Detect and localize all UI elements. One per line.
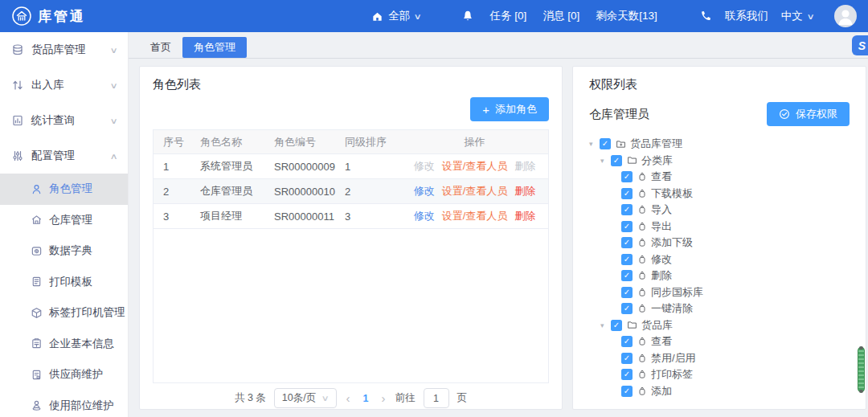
checkbox-checked[interactable]: ✓: [621, 386, 633, 397]
tasks-link[interactable]: 任务 [0]: [490, 9, 527, 23]
caret-down-icon[interactable]: ▾: [600, 157, 611, 165]
language-selector[interactable]: 中文 ∨: [781, 9, 813, 23]
save-permissions-button[interactable]: 保存权限: [767, 102, 850, 126]
tree-node-label: 一键清除: [651, 301, 693, 316]
caret-down-icon[interactable]: ▾: [589, 140, 600, 148]
sidebar-item-statistics[interactable]: 统计查询 ∨: [0, 103, 128, 138]
tree-node[interactable]: ✓ 同步国标库: [621, 284, 850, 301]
tab-role-management[interactable]: 角色管理: [182, 37, 247, 58]
tree-node-label: 下载模板: [651, 186, 693, 201]
sidebar-item-label-printer[interactable]: 标签打印机管理: [0, 297, 128, 329]
tree-node[interactable]: ✓ 修改: [621, 251, 850, 268]
tree-node[interactable]: ✓ 查看: [621, 169, 850, 186]
checkbox-checked[interactable]: ✓: [600, 138, 611, 149]
checkbox-checked[interactable]: ✓: [621, 254, 633, 265]
checkbox-checked[interactable]: ✓: [621, 237, 633, 248]
checkbox-checked[interactable]: ✓: [621, 336, 633, 347]
sidebar-item-label: 出入库: [31, 78, 64, 92]
days-left-label[interactable]: 剩余天数[13]: [596, 9, 657, 23]
panels-row: 角色列表 + 添加角色 序号 角色名称 角色编号 同级排序 操作: [129, 59, 868, 410]
tree-node[interactable]: ✓ 导出: [621, 219, 850, 235]
tag-icon: [637, 288, 647, 297]
delete-link[interactable]: 删除: [514, 159, 535, 174]
tree-node[interactable]: ✓ 导入: [621, 202, 850, 219]
edit-link[interactable]: 修改: [414, 159, 435, 174]
sidebar-item-goods-library[interactable]: 货品库管理 ∨: [0, 32, 128, 67]
tree-node[interactable]: ✓ 下载模板: [621, 186, 850, 202]
checkbox-checked[interactable]: ✓: [621, 171, 633, 182]
checkbox-checked[interactable]: ✓: [621, 188, 633, 199]
vertical-scrollbar-thumb[interactable]: [858, 347, 865, 392]
prev-page-button[interactable]: ‹: [345, 391, 352, 405]
folder-icon: [627, 320, 637, 330]
sidebar-item-role-management[interactable]: 角色管理: [0, 174, 128, 205]
assign-members-link[interactable]: 设置/查看人员: [442, 209, 508, 223]
next-page-button[interactable]: ›: [380, 391, 387, 405]
tag-icon: [637, 222, 647, 231]
table-row: 2 仓库管理员 SR00000010 2 修改 设置/查看人员 删除: [154, 179, 548, 204]
page-unit-label: 页: [457, 391, 468, 405]
tree-node[interactable]: ✓ 一键清除: [621, 300, 850, 317]
tree-node-label: 禁用/启用: [651, 351, 696, 366]
checkbox-checked[interactable]: ✓: [621, 303, 633, 314]
sidebar-item-label: 使用部位维护: [49, 399, 114, 413]
messages-link[interactable]: 消息 [0]: [542, 9, 579, 23]
checkbox-checked[interactable]: ✓: [621, 287, 633, 298]
checkbox-checked[interactable]: ✓: [611, 320, 622, 331]
tree-node[interactable]: ✓ 打印标签: [621, 366, 850, 383]
assign-members-link[interactable]: 设置/查看人员: [442, 159, 508, 174]
sidebar-item-data-dictionary[interactable]: 数据字典: [0, 235, 128, 267]
delete-link[interactable]: 删除: [514, 209, 535, 223]
sidebar-item-company-info[interactable]: 企业基本信息: [0, 329, 128, 360]
sidebar-item-label: 配置管理: [31, 149, 75, 163]
page-size-select[interactable]: 10条/页 ∨: [274, 388, 337, 408]
sliders-icon: [11, 149, 24, 162]
goto-page-input[interactable]: [424, 388, 449, 408]
tree-node[interactable]: ▾ ✓ 分类库: [600, 153, 850, 170]
plus-icon: +: [482, 104, 489, 116]
contact-us-link[interactable]: 联系我们: [725, 9, 768, 23]
scope-selector[interactable]: 全部 ∨: [371, 9, 420, 23]
warehouse-logo-icon: [11, 6, 32, 27]
assign-members-link[interactable]: 设置/查看人员: [442, 184, 508, 198]
home-icon: [371, 10, 383, 22]
checkbox-checked[interactable]: ✓: [621, 204, 633, 215]
delete-link[interactable]: 删除: [514, 184, 535, 198]
tag-icon: [637, 354, 647, 363]
floating-service-widget[interactable]: S: [852, 35, 868, 55]
tree-node[interactable]: ✓ 添加下级: [621, 235, 850, 251]
user-avatar[interactable]: [834, 5, 857, 27]
tab-home[interactable]: 首页: [139, 37, 182, 58]
checkbox-checked[interactable]: ✓: [621, 221, 633, 232]
sidebar-item-label: 货品库管理: [31, 43, 86, 57]
tree-node[interactable]: ✓ 删除: [621, 268, 850, 284]
edit-link[interactable]: 修改: [414, 184, 435, 198]
tree-node[interactable]: ✓ 查看: [621, 333, 850, 350]
add-role-button[interactable]: + 添加角色: [470, 97, 549, 121]
tree-node[interactable]: ▾ ✓ 货品库: [600, 317, 850, 334]
col-header-order: 同级排序: [335, 135, 401, 149]
cell-index: 3: [154, 211, 190, 223]
sidebar-item-usage-location[interactable]: 使用部位维护: [0, 390, 128, 417]
tree-node-label: 货品库管理: [630, 137, 682, 151]
sidebar-item-print-template[interactable]: 打印模板: [0, 267, 128, 298]
chevron-down-icon: ∨: [109, 117, 117, 125]
checkbox-checked[interactable]: ✓: [621, 270, 633, 281]
sidebar-item-warehouse-management[interactable]: 仓库管理: [0, 205, 128, 236]
bell-icon[interactable]: [461, 10, 474, 22]
sidebar-item-in-out[interactable]: 出入库 ∨: [0, 67, 128, 103]
tree-node-label: 添加下级: [651, 235, 693, 250]
edit-link[interactable]: 修改: [414, 209, 435, 223]
tree-node[interactable]: ✓ 禁用/启用: [621, 350, 850, 367]
checkbox-checked[interactable]: ✓: [621, 369, 633, 380]
add-role-label: 添加角色: [495, 102, 537, 117]
caret-down-icon[interactable]: ▾: [600, 321, 611, 329]
checkbox-checked[interactable]: ✓: [611, 155, 622, 166]
tree-node[interactable]: ✓ 添加: [621, 383, 850, 400]
tree-node[interactable]: ▾ ✓ 货品库管理: [589, 136, 850, 153]
sidebar-item-supplier-maintenance[interactable]: 供应商维护: [0, 359, 128, 390]
checkbox-checked[interactable]: ✓: [621, 353, 633, 364]
current-page-number[interactable]: 1: [360, 393, 372, 404]
sidebar-item-configuration[interactable]: 配置管理 ∧: [0, 138, 128, 174]
tree-node-label: 修改: [651, 252, 672, 267]
